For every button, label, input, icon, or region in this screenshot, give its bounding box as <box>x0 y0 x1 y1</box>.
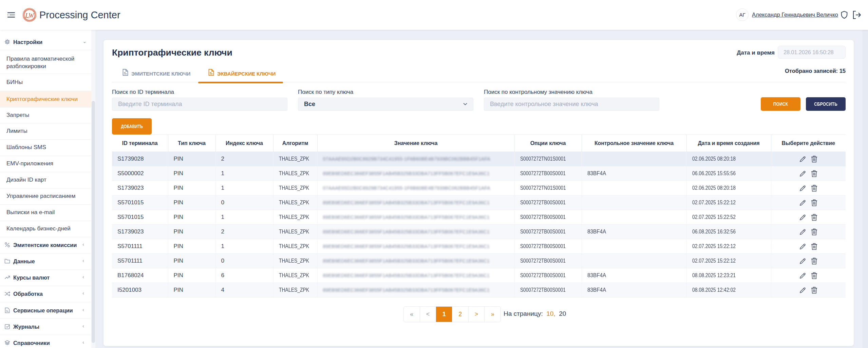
svg-text:LW: LW <box>25 12 35 19</box>
